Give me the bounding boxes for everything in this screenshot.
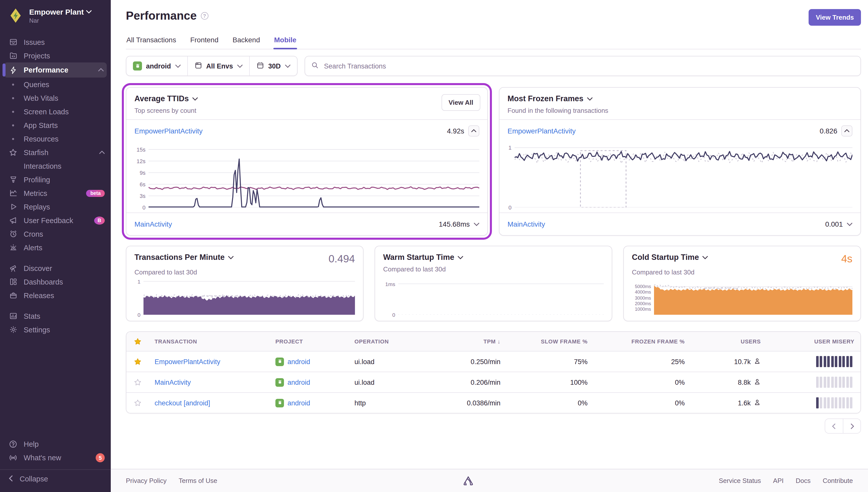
warm-card-title[interactable]: Warm Startup Time: [383, 253, 454, 262]
chevron-down-icon: [228, 255, 234, 259]
sidebar-item-profiling[interactable]: Profiling: [0, 173, 111, 186]
pagination: [126, 418, 861, 434]
footer-link[interactable]: Contribute: [823, 477, 853, 485]
transaction-link[interactable]: EmpowerPlantActivity: [508, 127, 576, 135]
footer-link[interactable]: Docs: [796, 477, 811, 485]
project-link[interactable]: android: [275, 357, 342, 366]
transaction-link[interactable]: checkout [android]: [155, 399, 210, 407]
transaction-link[interactable]: MainActivity: [134, 220, 172, 228]
help-tooltip-icon[interactable]: ?: [201, 12, 208, 20]
sidebar-item-screen-loads[interactable]: Screen Loads: [0, 105, 111, 118]
sidebar-item-settings[interactable]: Settings: [0, 323, 111, 337]
footer-link[interactable]: Privacy Policy: [126, 477, 167, 485]
expand-toggle-button[interactable]: [847, 222, 852, 226]
date-range-filter[interactable]: 30D: [249, 56, 297, 76]
main-area: Performance ? View Trends All Transactio…: [111, 0, 868, 492]
environment-filter[interactable]: All Envs: [187, 56, 249, 76]
footer-link[interactable]: Service Status: [719, 477, 761, 485]
sidebar-item-metrics[interactable]: Metricsbeta: [0, 186, 111, 200]
org-switcher[interactable]: Empower Plant Nar: [0, 0, 111, 29]
column-header-fav[interactable]: [126, 337, 149, 346]
table-row: EmpowerPlantActivity android ui.load 0.2…: [126, 351, 861, 372]
tpm-card-title[interactable]: Transactions Per Minute: [134, 253, 225, 262]
cold-chart: 5000ms4000ms3000ms2000ms1000ms: [632, 280, 852, 315]
collapse-toggle-button[interactable]: [468, 125, 479, 137]
sidebar-item-crons[interactable]: Crons: [0, 227, 111, 241]
ttid-card-title[interactable]: Average TTIDs: [134, 94, 189, 103]
chevron-left-icon: [8, 475, 14, 483]
project-link[interactable]: android: [275, 378, 342, 387]
sidebar-item-label: Starfish: [24, 148, 48, 156]
sidebar-item-app-starts[interactable]: App Starts: [0, 118, 111, 132]
search-icon: [311, 61, 318, 71]
sidebar-item-projects[interactable]: Projects: [0, 49, 111, 63]
app-root: Empower Plant Nar IssuesProjectsPerforma…: [0, 0, 868, 492]
view-trends-button[interactable]: View Trends: [809, 9, 861, 26]
chevron-up-icon[interactable]: [98, 68, 104, 72]
chevron-down-icon: [703, 255, 708, 259]
operation-cell: http: [349, 399, 433, 407]
star-toggle[interactable]: [126, 399, 149, 407]
profiling-icon: [8, 175, 18, 184]
sidebar-item-stats[interactable]: Stats: [0, 309, 111, 323]
expand-toggle-button[interactable]: [474, 222, 479, 226]
sidebar-item-queries[interactable]: Queries: [0, 78, 111, 91]
cold-card-title[interactable]: Cold Startup Time: [632, 253, 699, 262]
footer-link[interactable]: Terms of Use: [179, 477, 217, 485]
column-header-tpm[interactable]: TPM ↓: [433, 338, 507, 344]
y-axis-label: 1: [137, 278, 141, 284]
collapse-button[interactable]: Collapse: [0, 470, 111, 488]
transaction-link[interactable]: MainActivity: [155, 378, 191, 386]
next-page-button[interactable]: [843, 418, 861, 434]
sidebar-item-interactions[interactable]: Interactions: [0, 159, 111, 173]
date-range-value: 30D: [269, 62, 281, 70]
transaction-link[interactable]: EmpowerPlantActivity: [134, 127, 203, 135]
tab-backend[interactable]: Backend: [232, 33, 260, 49]
sidebar-item-whats-new[interactable]: What's new5: [0, 451, 111, 464]
sidebar-item-help[interactable]: Help: [0, 437, 111, 451]
tab-frontend[interactable]: Frontend: [190, 33, 219, 49]
chevron-up-icon[interactable]: [99, 150, 105, 154]
tab-all-transactions[interactable]: All Transactions: [126, 33, 177, 49]
star-toggle[interactable]: [126, 357, 149, 366]
org-project: Nar: [29, 17, 92, 24]
sidebar-item-issues[interactable]: Issues: [0, 35, 111, 49]
sidebar-item-starfish[interactable]: Starfish: [0, 146, 111, 159]
sidebar-item-replays[interactable]: Replays: [0, 200, 111, 214]
tab-mobile[interactable]: Mobile: [274, 33, 297, 49]
sidebar-item-resources[interactable]: Resources: [0, 132, 111, 146]
star-toggle[interactable]: [126, 378, 149, 387]
replays-icon: [8, 202, 18, 211]
ttid-card-subtitle: Top screens by count: [134, 107, 479, 114]
transaction-link[interactable]: MainActivity: [508, 220, 545, 228]
previous-page-button[interactable]: [825, 418, 843, 434]
sidebar-item-discover[interactable]: Discover: [0, 261, 111, 275]
footer-link[interactable]: API: [773, 477, 784, 485]
project-link[interactable]: android: [275, 399, 342, 407]
collapse-toggle-button[interactable]: [841, 125, 852, 137]
sidebar-item-web-vitals[interactable]: Web Vitals: [0, 91, 111, 105]
frozen-card-title[interactable]: Most Frozen Frames: [508, 94, 583, 103]
metric-value: 145.68ms: [439, 220, 470, 228]
sidebar-item-label: Interactions: [24, 162, 61, 170]
column-header-misery: User Misery: [767, 338, 861, 344]
sidebar-item-label: Crons: [24, 230, 43, 238]
sidebar-item-releases[interactable]: Releases: [0, 289, 111, 302]
sidebar-item-label: Discover: [24, 264, 52, 272]
sidebar-item-performance[interactable]: Performance: [4, 63, 107, 78]
sidebar-item-dashboards[interactable]: Dashboards: [0, 275, 111, 289]
transaction-link[interactable]: EmpowerPlantActivity: [155, 358, 220, 365]
project-filter[interactable]: android: [126, 56, 187, 76]
sidebar-item-user-feedback[interactable]: User FeedbackB: [0, 214, 111, 227]
tpm-cell: 0.250/min: [433, 358, 507, 365]
sidebar-item-alerts[interactable]: Alerts: [0, 241, 111, 254]
projects-icon: [8, 51, 18, 60]
user-icon: [754, 378, 761, 387]
frozen-frame-cell: 0%: [594, 378, 691, 386]
sidebar-bottom: HelpWhat's new5 Collapse: [0, 437, 111, 492]
bullet-icon: [8, 124, 18, 126]
view-all-button[interactable]: View All: [441, 94, 480, 111]
search-input[interactable]: [323, 62, 854, 70]
warm-startup-card: Warm Startup Time Compared to last 30d 1…: [375, 246, 612, 321]
tpm-cell: 0.206/min: [433, 378, 507, 386]
